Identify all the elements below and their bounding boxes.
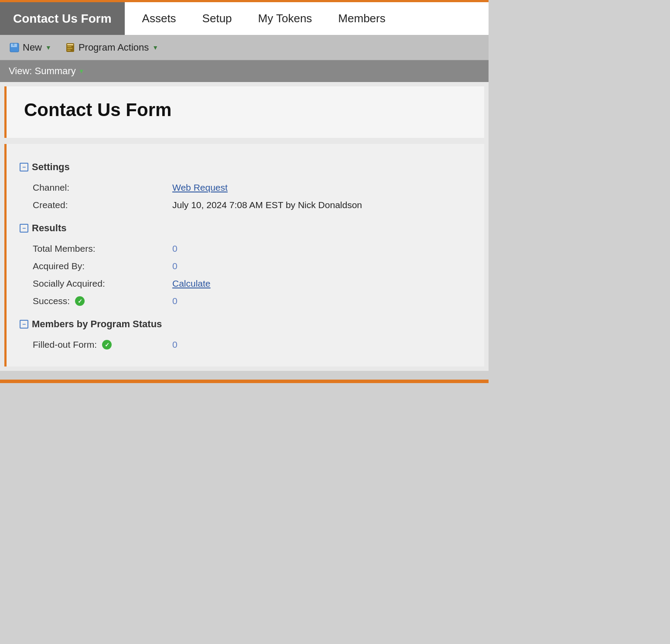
created-value: July 10, 2024 7:08 AM EST by Nick Donald… xyxy=(172,200,471,210)
view-label: View: Summary xyxy=(9,65,76,77)
view-dropdown-arrow: ▼ xyxy=(79,68,85,75)
total-members-value: 0 xyxy=(172,243,471,254)
filled-out-form-check-icon xyxy=(102,340,112,349)
total-members-field: Total Members: 0 xyxy=(20,240,471,257)
socially-acquired-value[interactable]: Calculate xyxy=(172,278,471,289)
acquired-by-value: 0 xyxy=(172,261,471,271)
program-actions-button[interactable]: Program Actions ▼ xyxy=(65,42,158,53)
new-icon xyxy=(9,42,20,53)
svg-rect-6 xyxy=(67,48,72,49)
settings-label: Settings xyxy=(32,161,70,173)
created-field: Created: July 10, 2024 7:08 AM EST by Ni… xyxy=(20,196,471,214)
nav-tab-members[interactable]: Members xyxy=(325,2,398,35)
program-actions-icon xyxy=(65,42,76,53)
settings-section-header: − Settings xyxy=(20,161,471,173)
created-label: Created: xyxy=(33,200,172,210)
total-members-label: Total Members: xyxy=(33,243,172,254)
app-title: Contact Us Form xyxy=(0,2,125,35)
svg-rect-7 xyxy=(67,50,71,51)
members-status-label: Members by Program Status xyxy=(32,319,162,330)
filled-out-form-value: 0 xyxy=(172,339,471,350)
nav-tab-setup[interactable]: Setup xyxy=(189,2,245,35)
socially-acquired-label: Socially Acquired: xyxy=(33,278,172,289)
view-bar: View: Summary ▼ xyxy=(0,60,489,82)
acquired-by-field: Acquired By: 0 xyxy=(20,257,471,275)
new-button[interactable]: New ▼ xyxy=(9,42,51,53)
filled-out-form-field: Filled-out Form: 0 xyxy=(20,336,471,353)
view-bar-content[interactable]: View: Summary ▼ xyxy=(9,65,85,77)
settings-collapse-icon[interactable]: − xyxy=(20,163,28,171)
acquired-by-label: Acquired By: xyxy=(33,261,172,271)
success-check-icon xyxy=(75,296,85,306)
success-label: Success: xyxy=(33,296,172,306)
success-value: 0 xyxy=(172,296,471,306)
new-dropdown-arrow: ▼ xyxy=(45,44,51,51)
action-bar: New ▼ Program Actions ▼ xyxy=(0,35,489,60)
channel-field: Channel: Web Request xyxy=(20,179,471,196)
svg-rect-4 xyxy=(67,44,73,45)
program-actions-dropdown-arrow: ▼ xyxy=(152,44,158,51)
top-nav: Contact Us Form Assets Setup My Tokens M… xyxy=(0,0,489,35)
nav-tab-my-tokens[interactable]: My Tokens xyxy=(245,2,325,35)
success-field: Success: 0 xyxy=(20,292,471,310)
results-section-header: − Results xyxy=(20,223,471,234)
program-actions-label: Program Actions xyxy=(79,42,149,53)
results-label: Results xyxy=(32,223,66,234)
title-card: Contact Us Form xyxy=(4,86,484,138)
results-collapse-icon[interactable]: − xyxy=(20,224,28,233)
channel-value[interactable]: Web Request xyxy=(172,182,471,193)
page-title: Contact Us Form xyxy=(24,99,467,120)
new-label: New xyxy=(23,42,42,53)
socially-acquired-field: Socially Acquired: Calculate xyxy=(20,275,471,292)
nav-tabs: Assets Setup My Tokens Members xyxy=(125,2,403,35)
detail-card: − Settings Channel: Web Request Created:… xyxy=(4,144,484,367)
svg-rect-5 xyxy=(67,46,72,47)
content-area: Contact Us Form − Settings Channel: Web … xyxy=(0,82,489,371)
members-status-section-header: − Members by Program Status xyxy=(20,319,471,330)
nav-tab-assets[interactable]: Assets xyxy=(129,2,189,35)
members-status-collapse-icon[interactable]: − xyxy=(20,320,28,329)
channel-label: Channel: xyxy=(33,182,172,193)
app-title-text: Contact Us Form xyxy=(13,12,112,26)
svg-rect-2 xyxy=(13,44,14,46)
filled-out-form-label: Filled-out Form: xyxy=(33,339,172,350)
bottom-bar xyxy=(0,380,489,383)
